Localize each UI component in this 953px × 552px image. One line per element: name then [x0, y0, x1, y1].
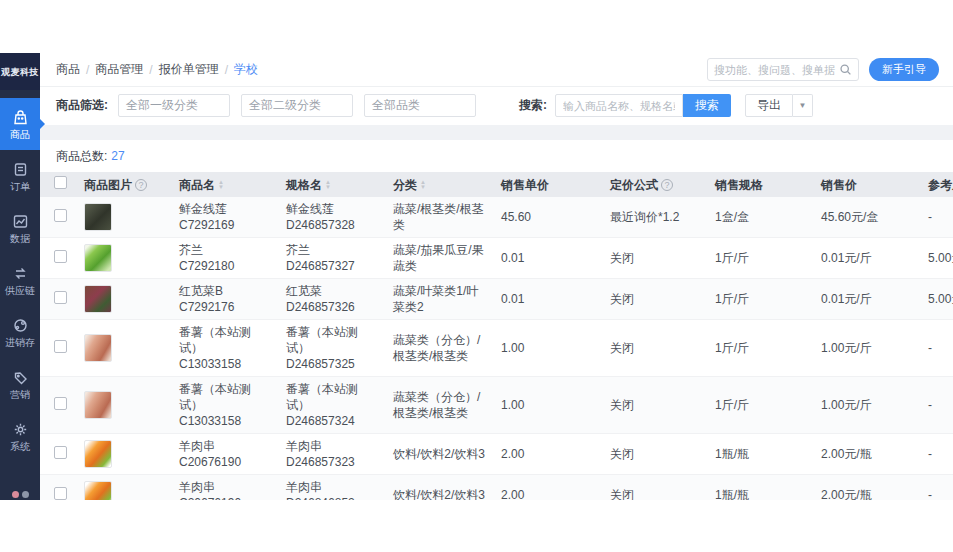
breadcrumb-item[interactable]: 学校 — [234, 61, 258, 78]
product-name: 羊肉串 — [179, 479, 270, 495]
spec-id: D246857328 — [286, 217, 377, 233]
unit-price-cell: 0.01 — [493, 287, 602, 311]
search-icon — [839, 63, 852, 76]
new-user-guide-button[interactable]: 新手引导 — [869, 58, 939, 81]
spec-name: 番薯（本站测试） — [286, 324, 377, 356]
product-image[interactable] — [84, 203, 112, 231]
logo: 观麦科技 — [0, 53, 40, 90]
column-header-label: 定价公式 — [610, 178, 658, 192]
category-level1-select[interactable]: 全部一级分类 — [118, 94, 230, 117]
sidebar-item-5[interactable]: 进销存 — [0, 306, 40, 358]
category-level2-select[interactable]: 全部二级分类 — [241, 94, 353, 117]
ref-cost-cell: - — [920, 205, 953, 229]
unit-price-cell: 45.60 — [493, 205, 602, 229]
breadcrumb-item[interactable]: 报价单管理 — [159, 61, 219, 78]
breadcrumb-item[interactable]: 商品管理 — [95, 61, 143, 78]
help-icon[interactable]: ? — [135, 179, 147, 191]
main-area: 商品/商品管理/报价单管理/学校 新手引导 商品筛选: 全部一级分类 全部二级分… — [40, 53, 953, 500]
unit-price-cell: 2.00 — [493, 442, 602, 466]
breadcrumb-item[interactable]: 商品 — [56, 61, 80, 78]
product-image[interactable] — [84, 391, 112, 419]
product-image[interactable] — [84, 285, 112, 313]
pricing-formula-cell: 最近询价*1.2 — [602, 205, 707, 229]
supply-arrows-icon — [12, 265, 29, 282]
global-search-input[interactable] — [714, 64, 839, 76]
product-image[interactable] — [84, 334, 112, 362]
spec-id: D246857323 — [286, 454, 377, 470]
sale-price-cell: 0.01元/斤 — [813, 287, 920, 311]
product-name: 羊肉串 — [179, 438, 270, 454]
product-name: 鲜金线莲 — [179, 201, 270, 217]
help-icon[interactable]: ? — [661, 179, 673, 191]
row-checkbox[interactable] — [54, 487, 67, 500]
sidebar-item-label: 营销 — [10, 389, 30, 400]
row-checkbox[interactable] — [54, 291, 67, 304]
product-image[interactable] — [84, 244, 112, 272]
row-checkbox[interactable] — [54, 340, 67, 353]
export-button[interactable]: 导出 — [745, 94, 793, 117]
category-type-select[interactable]: 全部品类 — [364, 94, 476, 117]
row-checkbox[interactable] — [54, 209, 67, 222]
spec-id: D246857327 — [286, 258, 377, 274]
sidebar-item-3[interactable]: 数据 — [0, 202, 40, 254]
sale-spec-cell: 1瓶/瓶 — [707, 442, 813, 466]
sidebar-item-label: 进销存 — [5, 337, 35, 348]
spec-name: 红苋菜 — [286, 283, 377, 299]
pricing-formula-cell: 关闭 — [602, 483, 707, 500]
gear-icon — [12, 421, 29, 438]
column-header-label: 销售价 — [821, 178, 857, 192]
product-id: C7292169 — [179, 217, 270, 233]
product-table: 商品图片?商品名▲▼规格名▲▼分类▲▼销售单价定价公式?销售规格销售价参考成本 … — [40, 172, 953, 500]
row-checkbox[interactable] — [54, 250, 67, 263]
product-id: C7292180 — [179, 258, 270, 274]
sidebar-item-1[interactable]: 商品 — [0, 98, 40, 150]
ref-cost-cell: - — [920, 442, 953, 466]
product-id: C13033158 — [179, 413, 270, 429]
table-row: 羊肉串C20676190羊肉串D246846852饮料/饮料2/饮料32.00关… — [40, 475, 953, 500]
table-row: 番薯（本站测试）C13033158番薯（本站测试）D246857324蔬菜类（分… — [40, 377, 953, 434]
row-checkbox[interactable] — [54, 397, 67, 410]
section-gap — [40, 125, 953, 140]
column-header-label: 销售单价 — [501, 178, 549, 192]
select-all-checkbox[interactable] — [54, 176, 67, 189]
row-checkbox[interactable] — [54, 446, 67, 459]
sort-icon[interactable]: ▲▼ — [325, 180, 331, 190]
sidebar-item-label: 供应链 — [5, 285, 35, 296]
sidebar-item-7[interactable]: 系统 — [0, 410, 40, 462]
column-header-label: 商品名 — [179, 178, 215, 192]
sidebar-item-6[interactable]: 营销 — [0, 358, 40, 410]
product-image[interactable] — [84, 440, 112, 468]
tag-icon — [12, 369, 29, 386]
ref-cost-cell: 5.00元/斤 — [920, 246, 953, 270]
pricing-formula-cell: 关闭 — [602, 393, 707, 417]
total-count-label: 商品总数: — [56, 149, 107, 163]
order-doc-icon — [12, 161, 29, 178]
column-header-label: 销售规格 — [715, 178, 763, 192]
column-header[interactable]: 商品名▲▼ — [171, 173, 278, 197]
column-header-label: 参考成本 — [928, 178, 953, 192]
sale-price-cell: 1.00元/斤 — [813, 336, 920, 360]
column-header[interactable]: 分类▲▼ — [385, 173, 493, 197]
export-dropdown-caret[interactable]: ▼ — [793, 94, 813, 117]
product-image[interactable] — [84, 481, 112, 500]
sort-icon[interactable]: ▲▼ — [218, 180, 224, 190]
topbar-right: 新手引导 — [707, 58, 939, 81]
global-search[interactable] — [707, 58, 859, 81]
sort-icon[interactable]: ▲▼ — [420, 180, 426, 190]
breadcrumb-separator: / — [225, 63, 228, 77]
ref-cost-cell: - — [920, 336, 953, 360]
spec-name: 羊肉串 — [286, 438, 377, 454]
sidebar-item-4[interactable]: 供应链 — [0, 254, 40, 306]
ref-cost-cell: - — [920, 483, 953, 500]
search-button[interactable]: 搜索 — [683, 94, 731, 117]
column-header[interactable]: 规格名▲▼ — [278, 173, 385, 197]
category-cell: 蔬菜/根茎类/根茎类 — [385, 197, 493, 237]
total-count-value: 27 — [111, 149, 124, 163]
sale-price-cell: 45.60元/盒 — [813, 205, 920, 229]
sale-spec-cell: 1斤/斤 — [707, 246, 813, 270]
spec-id: D246857324 — [286, 413, 377, 429]
category-cell: 饮料/饮料2/饮料3 — [385, 483, 493, 500]
sidebar-item-2[interactable]: 订单 — [0, 150, 40, 202]
pricing-formula-cell: 关闭 — [602, 246, 707, 270]
product-search-input[interactable] — [555, 94, 683, 117]
